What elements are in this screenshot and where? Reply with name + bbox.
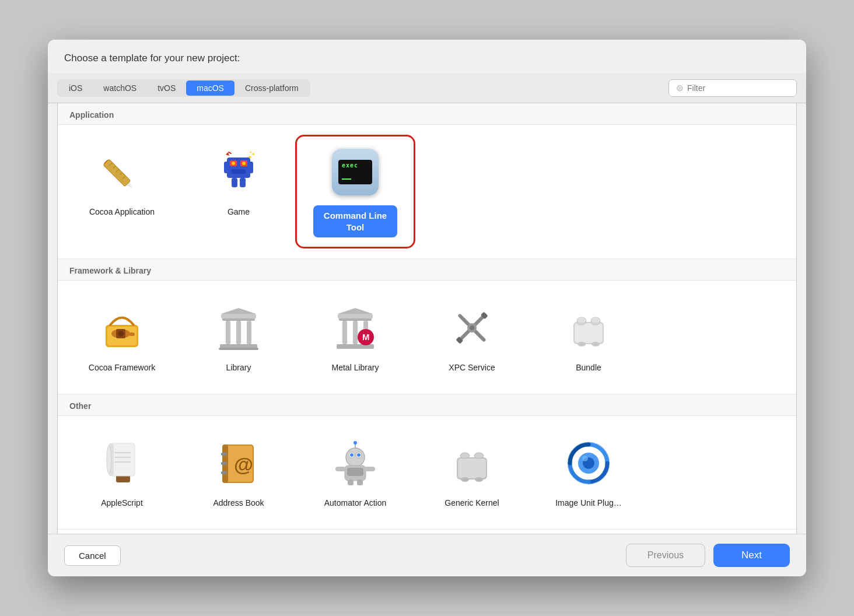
- template-item-image-unit-plug[interactable]: Image Unit Plug…: [530, 428, 647, 517]
- svg-point-99: [582, 456, 588, 461]
- framework-section-header: Framework & Library: [58, 259, 796, 281]
- metal-library-icon: M: [332, 304, 379, 351]
- xpc-service-icon: [449, 304, 495, 351]
- svg-point-30: [118, 331, 124, 337]
- generic-kernel-label: Generic Kernel: [444, 498, 499, 508]
- svg-point-95: [475, 477, 483, 482]
- svg-point-54: [470, 326, 474, 330]
- template-item-generic-kernel[interactable]: Generic Kernel: [414, 428, 530, 517]
- template-item-address-book[interactable]: @ Address Book: [180, 428, 297, 517]
- metal-library-label: Metal Library: [332, 362, 379, 373]
- cancel-button[interactable]: Cancel: [64, 545, 121, 566]
- other-section-header: Other: [58, 394, 796, 416]
- tab-cross-platform[interactable]: Cross-platform: [235, 80, 309, 96]
- svg-rect-37: [247, 321, 251, 344]
- previous-button[interactable]: Previous: [626, 544, 705, 567]
- applescript-label: AppleScript: [101, 498, 143, 508]
- automator-action-icon: [332, 440, 379, 487]
- new-project-dialog: Choose a template for your new project: …: [48, 40, 806, 576]
- other-section: Other: [58, 394, 796, 530]
- image-unit-plug-label: Image Unit Plug…: [555, 498, 622, 508]
- svg-point-81: [357, 453, 360, 457]
- framework-section: Framework & Library: [58, 259, 796, 394]
- svg-rect-11: [227, 158, 250, 178]
- generic-kernel-icon: [449, 440, 495, 487]
- template-item-metal-library[interactable]: M Metal Library: [297, 292, 414, 382]
- game-label: Game: [228, 206, 250, 217]
- svg-rect-33: [221, 314, 256, 318]
- svg-rect-18: [249, 162, 253, 173]
- dialog-footer: Cancel Previous Next: [48, 534, 806, 576]
- svg-marker-34: [221, 308, 256, 314]
- application-section-header: Application: [58, 103, 796, 125]
- cocoa-framework-icon-wrap: [96, 302, 148, 354]
- bundle-label: Bundle: [576, 362, 601, 373]
- svg-rect-85: [347, 468, 363, 476]
- svg-point-60: [591, 317, 600, 323]
- svg-point-62: [592, 342, 600, 346]
- tab-tvos[interactable]: tvOS: [147, 80, 186, 96]
- automator-action-label: Automator Action: [324, 498, 387, 508]
- cocoa-app-icon-wrap: [96, 146, 148, 198]
- svg-rect-56: [575, 323, 603, 343]
- svg-point-61: [578, 342, 586, 346]
- svg-point-15: [242, 162, 246, 165]
- address-book-icon-wrap: @: [212, 437, 265, 489]
- svg-rect-41: [338, 314, 373, 318]
- footer-right: Previous Next: [626, 544, 790, 567]
- tab-watchos[interactable]: watchOS: [93, 80, 147, 96]
- metal-library-icon-wrap: M: [329, 302, 382, 354]
- svg-point-14: [232, 162, 235, 165]
- svg-rect-43: [342, 321, 347, 344]
- svg-point-80: [350, 453, 354, 457]
- template-item-applescript[interactable]: AppleScript: [64, 428, 180, 517]
- command-line-tool-icon-wrap: exec: [329, 146, 382, 198]
- tab-macos[interactable]: macOS: [186, 80, 235, 96]
- filter-icon: ⊜: [676, 83, 684, 93]
- svg-rect-73: [221, 453, 227, 456]
- template-item-bundle[interactable]: Bundle: [530, 292, 647, 382]
- cocoa-app-icon: [99, 149, 145, 195]
- template-item-cocoa-framework[interactable]: Cocoa Framework: [64, 292, 180, 382]
- template-item-automator-action[interactable]: Automator Action: [297, 428, 414, 517]
- svg-rect-44: [353, 321, 358, 344]
- cocoa-framework-label: Cocoa Framework: [89, 362, 155, 373]
- next-button[interactable]: Next: [713, 544, 790, 567]
- application-grid: Cocoa Application: [58, 125, 796, 258]
- svg-rect-39: [219, 348, 258, 350]
- svg-text:✦: ✦: [249, 150, 252, 154]
- automator-action-icon-wrap: [329, 437, 382, 489]
- svg-point-65: [107, 446, 111, 474]
- template-item-command-line-tool[interactable]: exec Command LineTool: [297, 136, 414, 247]
- svg-point-94: [461, 477, 469, 482]
- cocoa-framework-icon: [99, 304, 145, 351]
- svg-point-59: [577, 317, 586, 323]
- svg-rect-35: [226, 321, 230, 344]
- template-item-cocoa-app[interactable]: Cocoa Application: [64, 136, 180, 247]
- svg-point-92: [460, 453, 470, 459]
- svg-text:@: @: [234, 453, 253, 475]
- address-book-label: Address Book: [213, 498, 264, 508]
- tab-ios[interactable]: iOS: [58, 80, 93, 96]
- svg-point-83: [354, 441, 357, 444]
- library-icon-wrap: [212, 302, 265, 354]
- command-line-tool-label: Command LineTool: [313, 205, 397, 237]
- xpc-service-label: XPC Service: [449, 362, 495, 373]
- tabs-group: iOS watchOS tvOS macOS Cross-platform: [57, 79, 310, 97]
- generic-kernel-icon-wrap: [446, 437, 498, 489]
- template-item-library[interactable]: Library: [180, 292, 297, 382]
- template-item-xpc-service[interactable]: XPC Service: [414, 292, 530, 382]
- svg-rect-31: [129, 332, 135, 336]
- game-icon-wrap: ✦ ✦ ✦: [212, 146, 265, 198]
- bundle-icon-wrap: [562, 302, 615, 354]
- template-item-game[interactable]: ✦ ✦ ✦ Game: [180, 136, 297, 247]
- svg-rect-16: [232, 169, 246, 174]
- xpc-service-icon-wrap: [446, 302, 498, 354]
- svg-rect-87: [365, 467, 375, 471]
- svg-rect-20: [240, 178, 246, 187]
- svg-rect-89: [357, 480, 363, 485]
- svg-rect-5: [103, 159, 131, 187]
- filter-input[interactable]: [687, 83, 789, 93]
- image-unit-plug-icon-wrap: [562, 437, 615, 489]
- svg-rect-86: [335, 467, 346, 471]
